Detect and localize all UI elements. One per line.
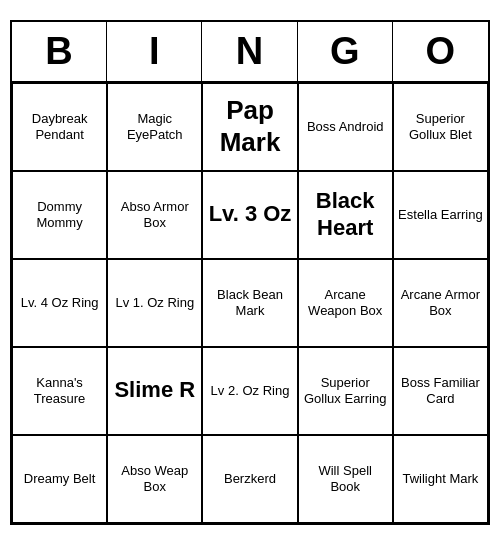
header-letter-o: O	[393, 22, 488, 81]
bingo-header: BINGO	[12, 22, 488, 83]
bingo-cell-0: Daybreak Pendant	[12, 83, 107, 171]
header-letter-n: N	[202, 22, 297, 81]
bingo-cell-2: Pap Mark	[202, 83, 297, 171]
bingo-cell-8: Black Heart	[298, 171, 393, 259]
bingo-cell-12: Black Bean Mark	[202, 259, 297, 347]
bingo-cell-17: Lv 2. Oz Ring	[202, 347, 297, 435]
bingo-cell-10: Lv. 4 Oz Ring	[12, 259, 107, 347]
bingo-cell-6: Abso Armor Box	[107, 171, 202, 259]
bingo-cell-5: Dommy Mommy	[12, 171, 107, 259]
header-letter-g: G	[298, 22, 393, 81]
bingo-cell-11: Lv 1. Oz Ring	[107, 259, 202, 347]
bingo-cell-22: Berzkerd	[202, 435, 297, 523]
bingo-cell-18: Superior Gollux Earring	[298, 347, 393, 435]
bingo-cell-3: Boss Android	[298, 83, 393, 171]
bingo-cell-15: Kanna's Treasure	[12, 347, 107, 435]
bingo-cell-16: Slime R	[107, 347, 202, 435]
bingo-cell-13: Arcane Weapon Box	[298, 259, 393, 347]
bingo-cell-4: Superior Gollux Blet	[393, 83, 488, 171]
bingo-cell-19: Boss Familiar Card	[393, 347, 488, 435]
bingo-cell-20: Dreamy Belt	[12, 435, 107, 523]
bingo-cell-24: Twilight Mark	[393, 435, 488, 523]
bingo-cell-21: Abso Weap Box	[107, 435, 202, 523]
bingo-card: BINGO Daybreak PendantMagic EyePatchPap …	[10, 20, 490, 525]
bingo-cell-9: Estella Earring	[393, 171, 488, 259]
header-letter-b: B	[12, 22, 107, 81]
header-letter-i: I	[107, 22, 202, 81]
bingo-cell-23: Will Spell Book	[298, 435, 393, 523]
bingo-cell-1: Magic EyePatch	[107, 83, 202, 171]
bingo-cell-7: Lv. 3 Oz	[202, 171, 297, 259]
bingo-grid: Daybreak PendantMagic EyePatchPap MarkBo…	[12, 83, 488, 523]
bingo-cell-14: Arcane Armor Box	[393, 259, 488, 347]
